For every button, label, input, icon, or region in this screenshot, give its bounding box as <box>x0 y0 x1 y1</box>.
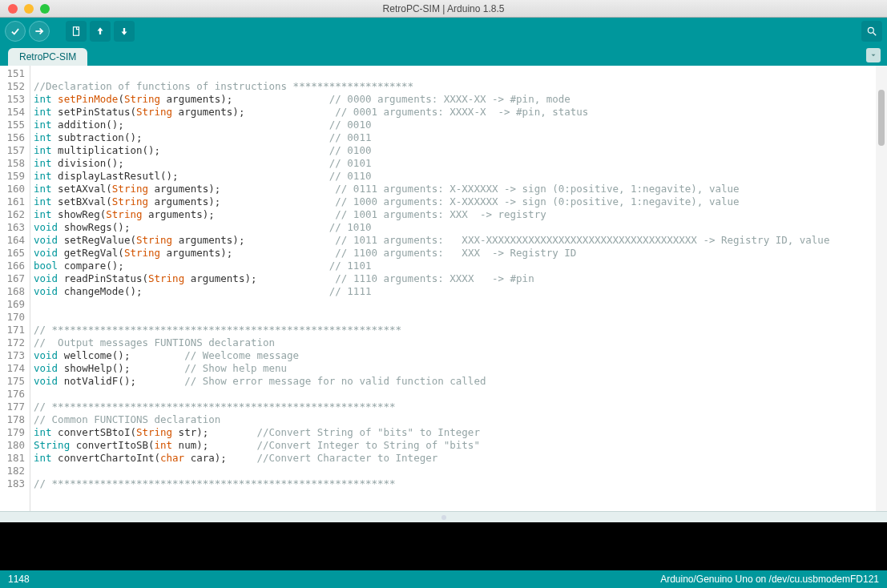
verify-button[interactable] <box>5 21 26 42</box>
open-button[interactable] <box>90 21 111 42</box>
status-line-count: 1148 <box>8 574 30 585</box>
status-board-port: Arduino/Genuino Uno on /dev/cu.usbmodemF… <box>660 574 879 585</box>
save-button[interactable] <box>114 21 135 42</box>
toolbar <box>0 18 887 45</box>
tab-strip: RetroPC-SIM <box>0 45 887 66</box>
close-window-button[interactable] <box>8 4 18 14</box>
code-editor[interactable]: 151 152 153 154 155 156 157 158 159 160 … <box>0 66 887 511</box>
window-titlebar: RetroPC-SIM | Arduino 1.8.5 <box>0 0 887 18</box>
svg-point-2 <box>868 27 873 33</box>
sketch-tab[interactable]: RetroPC-SIM <box>8 48 87 66</box>
vertical-scrollbar[interactable] <box>876 66 887 511</box>
serial-monitor-button[interactable] <box>861 21 882 42</box>
horizontal-resize-strip[interactable] <box>0 511 887 522</box>
upload-button[interactable] <box>29 21 50 42</box>
svg-line-3 <box>873 33 877 36</box>
line-number-gutter: 151 152 153 154 155 156 157 158 159 160 … <box>0 66 30 511</box>
tab-menu-button[interactable] <box>866 48 881 62</box>
window-title: RetroPC-SIM | Arduino 1.8.5 <box>383 3 505 14</box>
new-button[interactable] <box>66 21 87 42</box>
code-area[interactable]: //Declaration of functions of instructio… <box>30 66 876 511</box>
status-bar: 1148 Arduino/Genuino Uno on /dev/cu.usbm… <box>0 570 887 588</box>
scroll-thumb[interactable] <box>878 90 885 146</box>
output-console[interactable] <box>0 522 887 570</box>
minimize-window-button[interactable] <box>24 4 34 14</box>
zoom-window-button[interactable] <box>40 4 50 14</box>
